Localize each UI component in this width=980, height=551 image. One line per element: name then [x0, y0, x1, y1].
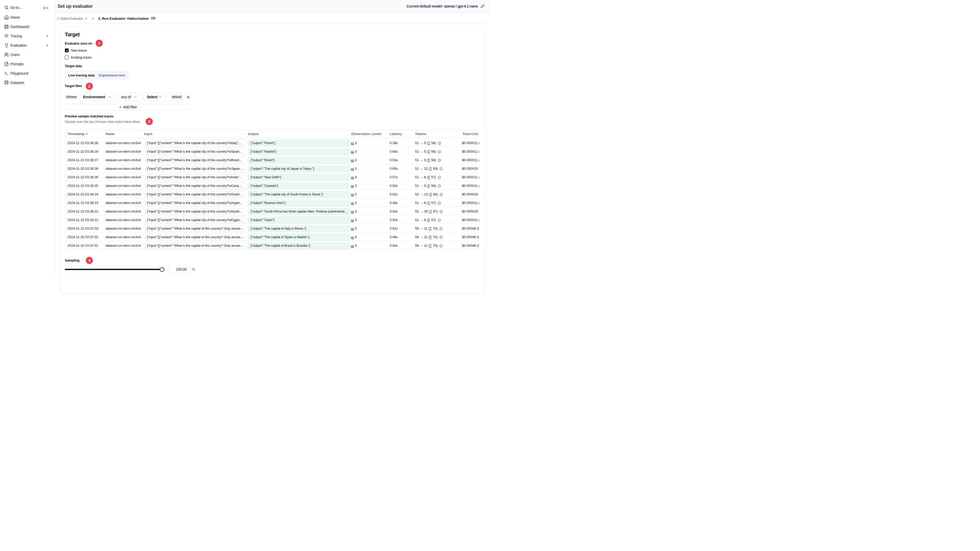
svg-text:}: } [6, 64, 7, 65]
